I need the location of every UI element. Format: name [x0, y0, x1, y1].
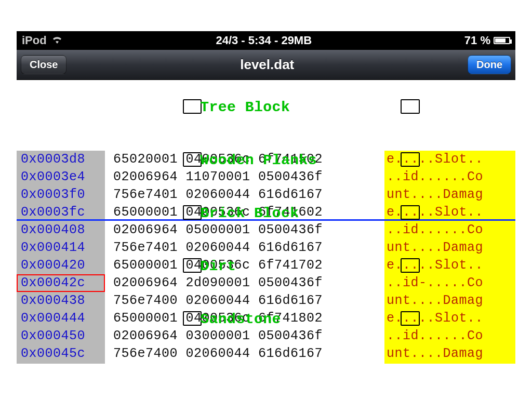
hex-row[interactable]: 0x0003f0756e7401 02060044 616d6167unt...… [17, 186, 515, 204]
ascii-cell: e.....Slot.. [384, 151, 515, 168]
ascii-cell: e.....Slot.. [384, 257, 515, 274]
status-center: 24/3 - 5:34 - 29MB [216, 34, 312, 47]
address-cell: 0x000420 [17, 257, 105, 274]
hex-cell: 65020001 0400536c 6f741502 [105, 151, 384, 168]
address-cell: 0x000438 [17, 292, 105, 310]
hex-cell: 02006964 05000001 0500436f [105, 221, 384, 239]
hex-row[interactable]: 0x00042c02006964 2d090001 0500436f..id-.… [17, 274, 515, 292]
ascii-cell: e.....Slot.. [384, 204, 515, 221]
address-cell: 0x0003e4 [17, 168, 105, 186]
ascii-cell: ..id-.....Co [384, 274, 515, 292]
address-cell: 0x0003d8 [17, 151, 105, 168]
address-cell: 0x000450 [17, 327, 105, 345]
address-cell: 0x00042c [17, 274, 105, 292]
hex-id-byte-box [183, 99, 202, 114]
ascii-cell: e.....Slot.. [384, 363, 515, 364]
close-button[interactable]: Close [21, 55, 66, 74]
ascii-cell: unt....Damag [384, 292, 515, 310]
hex-cell: 65000001 0400536c 6f741602 [105, 204, 384, 221]
hex-row[interactable]: 0x00042065000001 0400536c 6f741702e.....… [17, 257, 515, 274]
hex-row[interactable]: 0x00044465000001 0400536c 6f741802e.....… [17, 310, 515, 327]
hex-row[interactable]: 0x0003fc65000001 0400536c 6f741602e.....… [17, 204, 515, 221]
ascii-cell: unt....Damag [384, 345, 515, 363]
hex-cell: 756e7401 02060044 616d6167 [105, 239, 384, 257]
hex-cell: 756e7400 02060044 616d6167 [105, 292, 384, 310]
ascii-cell: ..id......Co [384, 168, 515, 186]
hex-cell: 756e7400 02060044 616d6167 [105, 345, 384, 363]
nav-title: level.dat [240, 57, 294, 73]
hex-cell: 65000001 0400536c 6f741902 [105, 363, 384, 364]
hex-row[interactable]: 0x000438756e7400 02060044 616d6167unt...… [17, 292, 515, 310]
ascii-cell: ..id......Co [384, 327, 515, 345]
done-button[interactable]: Done [468, 55, 511, 74]
hex-row[interactable]: 0x00040802006964 05000001 0500436f..id..… [17, 221, 515, 239]
hex-row[interactable]: 0x000414756e7401 02060044 616d6167unt...… [17, 239, 515, 257]
battery-icon [494, 37, 510, 44]
ascii-cell: ..id......Co [384, 221, 515, 239]
ascii-cell: unt....Damag [384, 186, 515, 204]
battery-percent: 71 % [464, 34, 490, 47]
address-cell: 0x000408 [17, 221, 105, 239]
hex-row[interactable]: 0x0003e402006964 11070001 0500436f..id..… [17, 168, 515, 186]
ascii-id-box [401, 99, 419, 114]
ascii-cell: e.....Slot.. [384, 310, 515, 327]
status-bar: iPod 24/3 - 5:34 - 29MB 71 % [17, 31, 515, 50]
address-cell: 0x000444 [17, 310, 105, 327]
nav-bar: Close level.dat Done [17, 50, 515, 80]
address-cell: 0x00045c [17, 345, 105, 363]
hex-row[interactable]: 0x0003d865020001 0400536c 6f741502e.....… [17, 151, 515, 168]
address-cell: 0x000414 [17, 239, 105, 257]
hex-row[interactable]: 0x00045c756e7400 02060044 616d6167unt...… [17, 345, 515, 363]
hex-row[interactable]: 0x00046865000001 0400536c 6f741902e.....… [17, 363, 515, 364]
annotation-divider-line [17, 219, 515, 221]
hex-view[interactable]: 0x0003d865020001 0400536c 6f741502e.....… [17, 80, 515, 364]
annotation-label: Tree Block [200, 99, 290, 116]
hex-cell: 65000001 0400536c 6f741802 [105, 310, 384, 327]
device-label: iPod [22, 34, 47, 47]
hex-cell: 02006964 11070001 0500436f [105, 168, 384, 186]
device-frame: iPod 24/3 - 5:34 - 29MB 71 % Close level… [17, 31, 515, 364]
ascii-cell: unt....Damag [384, 239, 515, 257]
hex-cell: 65000001 0400536c 6f741702 [105, 257, 384, 274]
wifi-icon [51, 34, 63, 47]
address-cell: 0x000468 [17, 363, 105, 364]
hex-row[interactable]: 0x00045002006964 03000001 0500436f..id..… [17, 327, 515, 345]
address-cell: 0x0003f0 [17, 186, 105, 204]
hex-cell: 02006964 03000001 0500436f [105, 327, 384, 345]
hex-cell: 02006964 2d090001 0500436f [105, 274, 384, 292]
hex-cell: 756e7401 02060044 616d6167 [105, 186, 384, 204]
address-cell: 0x0003fc [17, 204, 105, 221]
